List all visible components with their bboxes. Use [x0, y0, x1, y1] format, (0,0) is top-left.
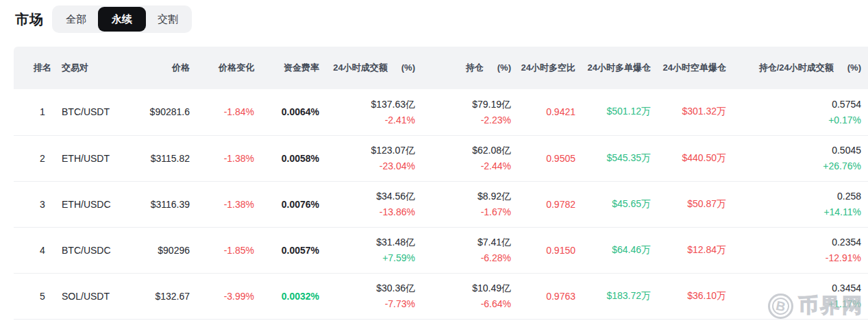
volume-24h-cell: $30.36亿-7.73% — [319, 273, 415, 319]
volume-24h-cell: $34.56亿-13.86% — [319, 181, 415, 227]
table-row-btc-usdc[interactable]: 4BTC/USDC$90296-1.85%0.0057%$31.48亿+7.59… — [14, 227, 868, 273]
price-change-cell: -1.84% — [190, 89, 254, 135]
col-header-price-change: 价格变化 — [190, 47, 254, 89]
price-change-cell: -1.38% — [190, 135, 254, 181]
price-change-cell: -1.38% — [190, 181, 254, 227]
long-liquidation-cell: $501.12万 — [575, 89, 651, 135]
price-cell: $132.67 — [137, 273, 190, 319]
oi-volume-ratio-cell: 0.258+14.11% — [726, 181, 868, 227]
long-liquidation-cell: $545.35万 — [575, 135, 651, 181]
volume-24h-cell: $137.63亿-2.41% — [319, 89, 415, 135]
long-short-ratio-cell: 0.9505 — [511, 135, 575, 181]
long-short-ratio-cell: 0.9763 — [511, 273, 575, 319]
col-header-open-interest: 持仓(%) — [415, 47, 511, 89]
col-header-volume-24h-pct: (%) — [401, 62, 415, 73]
market-table: 排名 交易对 价格 价格变化 资金费率 24小时成交额(%) 持仓(%) 24小… — [14, 47, 868, 320]
funding-rate-cell: 0.0076% — [254, 181, 319, 227]
col-header-price: 价格 — [137, 47, 190, 89]
table-row-btc-usdt[interactable]: 1BTC/USDT$90281.6-1.84%0.0064%$137.63亿-2… — [14, 89, 868, 135]
price-cell: $3115.82 — [137, 135, 190, 181]
rank-cell: 1 — [14, 89, 62, 135]
oi-volume-ratio-cell: 0.5754+0.17% — [726, 89, 868, 135]
volume-24h-cell: $123.07亿-23.04% — [319, 135, 415, 181]
open-interest-cell: $10.49亿-6.64% — [415, 273, 511, 319]
volume-24h-cell: $31.48亿+7.59% — [319, 227, 415, 273]
short-liquidation-cell: $12.84万 — [651, 227, 726, 273]
oi-volume-ratio-cell: 0.3454+1.17% — [726, 273, 868, 319]
tab-perpetual[interactable]: 永续 — [98, 7, 146, 32]
col-header-oi-volume-ratio-label: 持仓/24小时成交额 — [759, 62, 834, 73]
col-header-oi-volume-ratio-pct: (%) — [847, 62, 861, 73]
short-liquidation-cell: $50.87万 — [651, 181, 726, 227]
table-header-row: 排名 交易对 价格 价格变化 资金费率 24小时成交额(%) 持仓(%) 24小… — [14, 47, 868, 89]
open-interest-cell: $62.08亿-2.44% — [415, 135, 511, 181]
long-liquidation-cell: $64.46万 — [575, 227, 651, 273]
tab-all[interactable]: 全部 — [54, 8, 98, 31]
pair-cell: SOL/USDT — [62, 273, 137, 319]
pair-cell: ETH/USDT — [62, 135, 137, 181]
oi-volume-ratio-cell: 0.5045+26.76% — [726, 135, 868, 181]
price-cell: $90296 — [137, 227, 190, 273]
col-header-funding-rate: 资金费率 — [254, 47, 319, 89]
funding-rate-cell: 0.0064% — [254, 89, 319, 135]
price-cell: $3116.39 — [137, 181, 190, 227]
funding-rate-cell: 0.0058% — [254, 135, 319, 181]
price-change-cell: -3.99% — [190, 273, 254, 319]
funding-rate-cell: 0.0032% — [254, 273, 319, 319]
col-header-oi-volume-ratio: 持仓/24小时成交额(%) — [726, 47, 868, 89]
price-cell: $90281.6 — [137, 89, 190, 135]
col-header-long-short-ratio: 24小时多空比 — [511, 47, 575, 89]
long-liquidation-cell: $183.72万 — [575, 273, 651, 319]
short-liquidation-cell: $440.50万 — [651, 135, 726, 181]
market-table-body: 1BTC/USDT$90281.6-1.84%0.0064%$137.63亿-2… — [14, 89, 868, 319]
table-row-eth-usdc[interactable]: 3ETH/USDC$3116.39-1.38%0.0076%$34.56亿-13… — [14, 181, 868, 227]
price-change-cell: -1.85% — [190, 227, 254, 273]
page-header: 市场 全部 永续 交割 — [0, 0, 868, 33]
pair-cell: BTC/USDC — [62, 227, 137, 273]
oi-volume-ratio-cell: 0.2354-12.91% — [726, 227, 868, 273]
col-header-pair: 交易对 — [62, 47, 137, 89]
long-short-ratio-cell: 0.9782 — [511, 181, 575, 227]
table-row-eth-usdt[interactable]: 2ETH/USDT$3115.82-1.38%0.0058%$123.07亿-2… — [14, 135, 868, 181]
rank-cell: 2 — [14, 135, 62, 181]
rank-cell: 4 — [14, 227, 62, 273]
tab-delivery[interactable]: 交割 — [146, 8, 190, 31]
long-short-ratio-cell: 0.9421 — [511, 89, 575, 135]
open-interest-cell: $8.92亿-1.67% — [415, 181, 511, 227]
open-interest-cell: $7.41亿-6.28% — [415, 227, 511, 273]
col-header-open-interest-label: 持仓 — [466, 62, 484, 73]
table-row-sol-usdt[interactable]: 5SOL/USDT$132.67-3.99%0.0032%$30.36亿-7.7… — [14, 273, 868, 319]
pair-cell: ETH/USDC — [62, 181, 137, 227]
col-header-long-liquidation: 24小时多单爆仓 — [575, 47, 651, 89]
funding-rate-cell: 0.0057% — [254, 227, 319, 273]
col-header-short-liquidation: 24小时空单爆仓 — [651, 47, 726, 89]
rank-cell: 5 — [14, 273, 62, 319]
market-type-tabs: 全部 永续 交割 — [52, 5, 192, 33]
col-header-rank: 排名 — [14, 47, 62, 89]
col-header-open-interest-pct: (%) — [497, 62, 511, 73]
col-header-volume-24h: 24小时成交额(%) — [319, 47, 415, 89]
page-title: 市场 — [15, 10, 44, 29]
market-page: 市场 全部 永续 交割 排名 交易对 价格 价格变化 资金费率 24小时成交额(… — [0, 0, 868, 323]
pair-cell: BTC/USDT — [62, 89, 137, 135]
open-interest-cell: $79.19亿-2.23% — [415, 89, 511, 135]
long-short-ratio-cell: 0.9150 — [511, 227, 575, 273]
col-header-volume-24h-label: 24小时成交额 — [333, 62, 387, 73]
short-liquidation-cell: $36.10万 — [651, 273, 726, 319]
rank-cell: 3 — [14, 181, 62, 227]
long-liquidation-cell: $45.65万 — [575, 181, 651, 227]
short-liquidation-cell: $301.32万 — [651, 89, 726, 135]
